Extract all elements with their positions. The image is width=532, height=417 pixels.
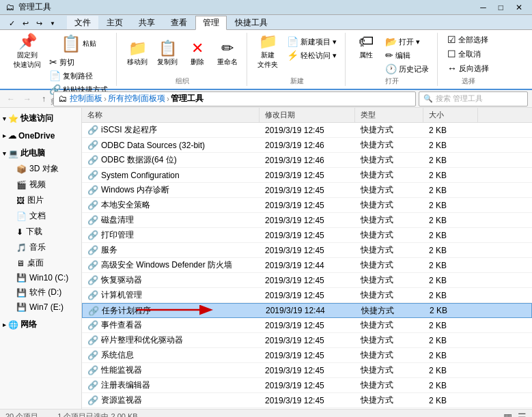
qa-dropdown[interactable]: ▼ xyxy=(46,17,59,29)
file-row[interactable]: 🔗事件查看器 2019/3/19 12:45 快捷方式 2 KB xyxy=(82,318,532,333)
copy-to-button[interactable]: 📋 复制到 xyxy=(154,40,181,68)
sidebar-item-desktop[interactable]: 🖥 桌面 xyxy=(11,255,81,271)
cut-button[interactable]: ✂ 剪切 xyxy=(46,56,111,68)
copy-path-button[interactable]: 📄 复制路径 xyxy=(46,70,111,82)
col-type[interactable]: 类型 xyxy=(355,108,423,122)
qa-checkmark[interactable]: ✓ xyxy=(5,17,18,29)
move-icon: 📁 xyxy=(128,41,147,56)
sidebar-network[interactable]: ▸ 🌐 网络 xyxy=(0,317,81,332)
new-folder-label: 新建 文件夹 xyxy=(257,51,278,70)
new-folder-icon: 📁 xyxy=(259,34,277,49)
address-path-2[interactable]: 所有控制面板项 xyxy=(108,93,165,104)
sidebar-item-c[interactable]: 💾 Win10 (C:) xyxy=(11,271,81,285)
delete-icon: ✕ xyxy=(191,41,204,56)
file-icon: 🔗 xyxy=(87,380,98,390)
easy-access-button[interactable]: ⚡ 轻松访问 ▾ xyxy=(284,49,339,61)
sidebar-item-music[interactable]: 🎵 音乐 xyxy=(11,240,81,255)
file-icon: 🔗 xyxy=(87,275,98,285)
properties-button[interactable]: 🏷 属性 xyxy=(352,33,380,61)
search-box[interactable]: 🔍 搜索 管理工具 xyxy=(419,91,528,106)
history-button[interactable]: 🕐 历史记录 xyxy=(382,63,432,75)
delete-button[interactable]: ✕ 删除 xyxy=(184,40,211,68)
file-icon: 🔗 xyxy=(87,155,98,165)
col-size[interactable]: 大小 xyxy=(423,108,478,122)
pin-to-quickaccess-button[interactable]: 📌 固定到 快速访问 xyxy=(11,33,44,71)
history-icon: 🕐 xyxy=(385,63,397,74)
forward-button[interactable]: → xyxy=(20,92,34,106)
organize-label: 组织 xyxy=(176,76,189,86)
new-item-button[interactable]: 📄 新建项目 ▾ xyxy=(284,35,339,48)
sidebar-thispc[interactable]: ▾ 💻 此电脑 xyxy=(0,145,81,161)
sidebar-item-downloads[interactable]: ⬇ 下载 xyxy=(11,224,81,240)
maximize-btn[interactable]: □ xyxy=(494,3,507,12)
file-row[interactable]: 🔗高级安全 Windows Defender 防火墙 2019/3/19 12:… xyxy=(82,258,532,273)
edit-button[interactable]: ✏ 编辑 xyxy=(382,49,432,61)
tab-view[interactable]: 查看 xyxy=(163,16,195,29)
tab-file[interactable]: 文件 xyxy=(67,16,98,29)
deselect-all-button[interactable]: ☐ 全取消 xyxy=(445,48,484,60)
invert-selection-button[interactable]: ↔ 反向选择 xyxy=(445,62,492,74)
address-box[interactable]: 🗂 控制面板 › 所有控制面板项 › 管理工具 xyxy=(53,91,416,106)
file-row[interactable]: 🔗组件服务 2019/3/19 12:45 快捷方式 2 KB xyxy=(82,408,532,409)
move-to-button[interactable]: 📁 移动到 xyxy=(124,40,151,68)
thispc-icon: 💻 xyxy=(8,149,18,158)
file-row[interactable]: 🔗打印管理 2019/3/19 12:45 快捷方式 2 KB xyxy=(82,228,532,243)
qa-undo[interactable]: ↩ xyxy=(19,17,31,29)
minimize-btn[interactable]: ─ xyxy=(476,3,490,12)
tab-manage[interactable]: 管理 xyxy=(195,16,227,30)
file-icon: 🔗 xyxy=(87,350,98,360)
list-view-button[interactable]: ☰ xyxy=(518,412,527,418)
sidebar-item-pictures[interactable]: 🖼 图片 xyxy=(11,192,81,208)
grid-view-button[interactable]: ▦ xyxy=(503,412,512,418)
rename-button[interactable]: ✏ 重命名 xyxy=(214,40,241,68)
file-row[interactable]: 🔗磁盘清理 2019/3/19 12:45 快捷方式 2 KB xyxy=(82,213,532,228)
file-row[interactable]: 🔗Windows 内存诊断 2019/3/19 12:45 快捷方式 2 KB xyxy=(82,183,532,198)
col-date[interactable]: 修改日期 xyxy=(260,108,355,122)
select-all-button[interactable]: ☑ 全部选择 xyxy=(445,33,491,46)
edit-icon: ✏ xyxy=(385,50,393,61)
sidebar-item-e[interactable]: 💾 Win7 (E:) xyxy=(11,300,81,314)
file-row[interactable]: 🔗ODBC Data Sources (32-bit) 2019/3/19 12… xyxy=(82,138,532,153)
back-button[interactable]: ← xyxy=(4,92,18,106)
qa-redo[interactable]: ↪ xyxy=(33,17,45,29)
file-row[interactable]: 🔗注册表编辑器 2019/3/19 12:45 快捷方式 2 KB xyxy=(82,378,532,393)
tab-share[interactable]: 共享 xyxy=(131,16,163,29)
sidebar-item-3dobjects[interactable]: 📦 3D 对象 xyxy=(11,161,81,177)
thispc-arrow: ▾ xyxy=(3,150,6,157)
paste-button[interactable]: 📋 粘贴 xyxy=(46,33,111,55)
file-row[interactable]: 🔗碎片整理和优化驱动器 2019/3/19 12:45 快捷方式 2 KB xyxy=(82,333,532,348)
file-row[interactable]: 🔗计算机管理 2019/3/19 12:45 快捷方式 2 KB xyxy=(82,288,532,303)
close-btn[interactable]: ✕ xyxy=(512,3,527,12)
file-row-selected[interactable]: 🔗任务计划程序 2019/3/19 12:44 快捷方式 2 KB xyxy=(82,303,532,318)
item-count: 20 个项目 xyxy=(5,412,38,417)
sidebar-item-videos[interactable]: 🎬 视频 xyxy=(11,177,81,192)
address-folder-icon: 🗂 xyxy=(58,94,67,104)
file-row[interactable]: 🔗服务 2019/3/19 12:45 快捷方式 2 KB xyxy=(82,243,532,258)
clipboard-buttons: 📌 固定到 快速访问 📋 粘贴 ✂ 剪切 📄 xyxy=(11,33,111,96)
file-row[interactable]: 🔗本地安全策略 2019/3/19 12:45 快捷方式 2 KB xyxy=(82,198,532,213)
file-row[interactable]: 🔗ODBC 数据源(64 位) 2019/3/19 12:46 快捷方式 2 K… xyxy=(82,153,532,168)
file-row[interactable]: 🔗System Configuration 2019/3/19 12:45 快捷… xyxy=(82,168,532,183)
onedrive-arrow: ▸ xyxy=(3,132,6,139)
sidebar-item-d[interactable]: 💾 软件 (D:) xyxy=(11,285,81,300)
selected-info: 1 个项目已选中 2.00 KB xyxy=(57,412,137,417)
up-button[interactable]: ↑ xyxy=(37,92,51,106)
file-row[interactable]: 🔗资源监视器 2019/3/19 12:45 快捷方式 2 KB xyxy=(82,393,532,408)
cut-icon: ✂ xyxy=(49,57,57,68)
sidebar-item-documents[interactable]: 📄 文档 xyxy=(11,208,81,224)
file-row[interactable]: 🔗系统信息 2019/3/19 12:45 快捷方式 2 KB xyxy=(82,348,532,363)
item-label: 下载 xyxy=(26,226,42,238)
address-path-1[interactable]: 控制面板 xyxy=(70,93,102,104)
tab-home[interactable]: 主页 xyxy=(99,16,130,29)
sidebar-onedrive[interactable]: ▸ ☁ OneDrive xyxy=(0,129,81,143)
tab-quicktools[interactable]: 快捷工具 xyxy=(227,16,275,29)
sidebar-quickaccess[interactable]: ▾ ⭐ 快速访问 xyxy=(0,111,81,126)
open-button[interactable]: 📂 打开 ▾ xyxy=(382,35,432,48)
file-row[interactable]: 🔗iSCSI 发起程序 2019/3/19 12:45 快捷方式 2 KB xyxy=(82,123,532,138)
pin-icon: 📌 xyxy=(18,34,37,49)
onedrive-icon: ☁ xyxy=(8,131,16,141)
file-row[interactable]: 🔗恢复驱动器 2019/3/19 12:45 快捷方式 2 KB xyxy=(82,273,532,288)
new-folder-button[interactable]: 📁 新建 文件夹 xyxy=(254,33,281,71)
file-row[interactable]: 🔗性能监视器 2019/3/19 12:45 快捷方式 2 KB xyxy=(82,363,532,378)
col-name[interactable]: 名称 xyxy=(82,108,260,122)
